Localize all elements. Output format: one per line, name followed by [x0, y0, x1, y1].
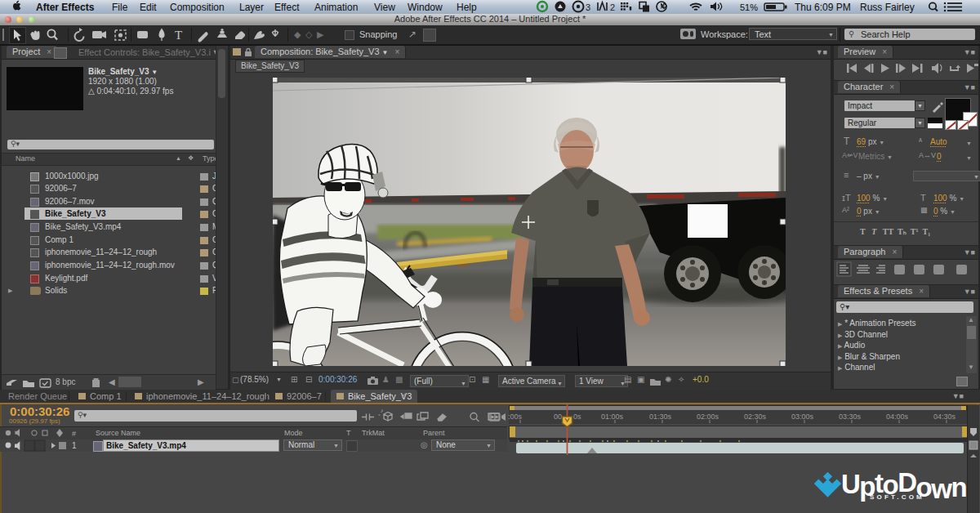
svg-text:2: 2: [610, 2, 615, 12]
svg-text:T: T: [175, 29, 182, 42]
svg-text:1: 1: [72, 441, 77, 450]
svg-text:#: #: [72, 430, 76, 438]
svg-text:3: 3: [586, 2, 590, 12]
